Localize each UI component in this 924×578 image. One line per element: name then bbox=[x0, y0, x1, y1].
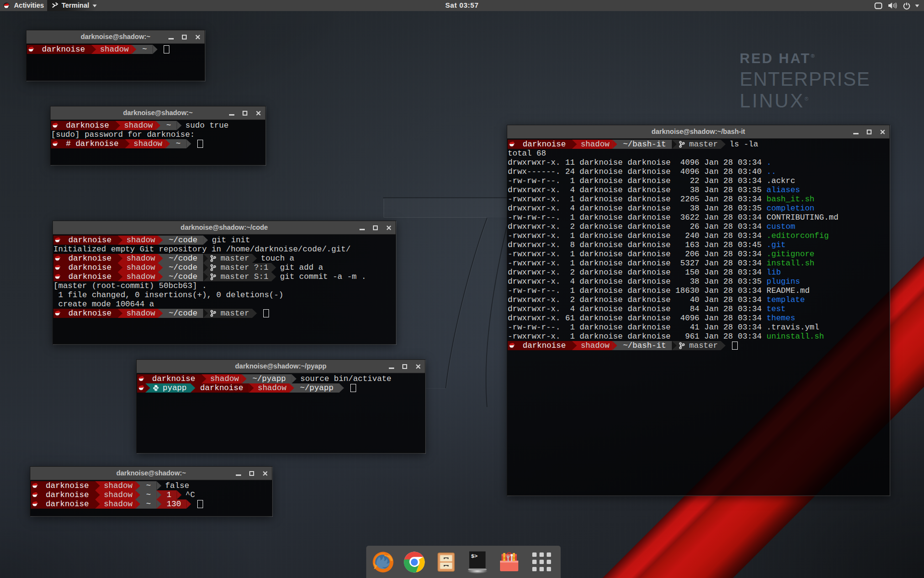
svg-text:$>: $> bbox=[471, 553, 478, 559]
